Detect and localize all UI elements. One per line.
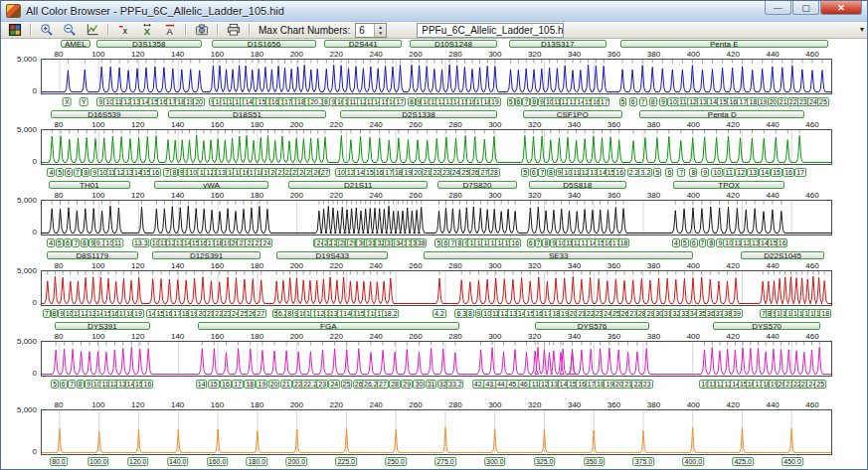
allele-label: 24 (261, 238, 273, 247)
axis-tick-420: 420 (727, 400, 740, 409)
close-button[interactable]: ✕ (820, 1, 862, 15)
axis-tick-400: 400 (687, 120, 700, 129)
axis-tick-380: 380 (647, 332, 660, 341)
axis-tick-180: 180 (251, 50, 263, 59)
marker-label-DYS391: DYS391 (55, 322, 150, 330)
allele-label: 140.0 (167, 457, 189, 466)
plot-area-green[interactable] (41, 129, 832, 165)
snapshot-icon[interactable] (191, 23, 212, 37)
allele-label-band: 4567899.3101113.310111213141516171819202… (41, 237, 832, 248)
allele-label: 30 (414, 380, 426, 389)
trace-magenta (42, 342, 831, 376)
marker-label-D3S1358: D3S1358 (96, 40, 202, 48)
size-axis: 8010012014016018020022024026028030032034… (41, 50, 832, 59)
plot-area-orange[interactable] (41, 409, 832, 455)
axis-tick-240: 240 (369, 332, 382, 341)
marker-label-D13S317: D13S317 (509, 40, 607, 48)
file-name-field[interactable]: PPFu_6C_Allelic_Ladder_105.hid (417, 23, 564, 38)
axis-tick-160: 160 (211, 332, 224, 341)
allele-label-band: 567891011121314151614151617181920212222.… (41, 379, 832, 390)
max-chart-numbers-value: 6 (356, 24, 374, 37)
axis-tick-460: 460 (805, 400, 818, 409)
axis-tick-460: 460 (805, 332, 818, 341)
color-grid-icon[interactable] (4, 23, 25, 37)
plot-area-red[interactable] (41, 270, 832, 306)
label-display-icon[interactable]: A (159, 23, 180, 37)
allele-label: 18 (244, 380, 256, 389)
allele-label: 4 (672, 238, 680, 247)
allele-label: 8 (649, 97, 657, 106)
axis-tick-260: 260 (409, 50, 422, 59)
axis-tick-320: 320 (528, 400, 541, 409)
marker-band: AMELD3S1358D1S1656D2S441D10S1248D13S317P… (41, 39, 832, 50)
allele-label-band: 456789101112131415167891010.211121313.21… (41, 167, 832, 178)
chart-zoom-icon[interactable] (82, 23, 102, 37)
allele-label: 6 (665, 168, 673, 177)
allele-label: 200.0 (286, 457, 308, 466)
allele-label: 6 (629, 97, 637, 106)
axis-tick-220: 220 (330, 120, 343, 129)
axis-tick-420: 420 (727, 120, 740, 129)
allele-label: 180.0 (247, 457, 268, 466)
allele-label: 31 (426, 380, 437, 389)
axis-tick-100: 100 (91, 332, 104, 341)
axis-tick-120: 120 (131, 120, 144, 129)
allele-label: 18.2 (382, 309, 400, 318)
axis-tick-320: 320 (528, 120, 541, 129)
allele-label: 15 (208, 380, 220, 389)
minimize-button[interactable]: — (765, 1, 791, 15)
allele-label: 17 (599, 97, 610, 106)
axis-tick-100: 100 (91, 120, 104, 129)
allele-label: 39 (731, 309, 743, 318)
allele-label: 19 (257, 380, 268, 389)
axis-tick-340: 340 (568, 332, 581, 341)
y-axis-max-label: 5,000 (1, 197, 37, 205)
zoom-out-icon[interactable] (59, 23, 80, 37)
axis-tick-380: 380 (647, 191, 660, 200)
allele-label: 80.0 (50, 457, 68, 466)
window-title: All Color Browser - PPFu_6C_Allelic_Ladd… (26, 5, 284, 17)
toolbar-overflow-icon[interactable]: ▾ (860, 25, 864, 34)
allele-label: 12 (735, 168, 747, 177)
title-bar[interactable]: All Color Browser - PPFu_6C_Allelic_Ladd… (1, 1, 867, 22)
allele-label: 7 (73, 238, 81, 247)
plot-area-blue[interactable] (41, 59, 832, 94)
allele-label: 16 (149, 168, 161, 177)
plot-area-black[interactable] (41, 200, 832, 235)
svg-text:A: A (166, 27, 173, 37)
axis-tick-420: 420 (727, 50, 740, 59)
axis-tick-360: 360 (608, 50, 620, 59)
allele-label: 5 (619, 97, 627, 106)
allele-label: 8 (542, 238, 550, 247)
plot-area-magenta[interactable] (41, 341, 832, 377)
allele-label: 16 (613, 168, 625, 177)
axis-tick-200: 200 (290, 332, 303, 341)
spinner-down-icon[interactable]: ▼ (375, 30, 386, 37)
remove-size-label-icon[interactable]: x (113, 23, 134, 37)
app-icon (6, 4, 21, 18)
allele-label: 6 (690, 238, 698, 247)
axis-tick-440: 440 (766, 191, 779, 200)
axis-tick-340: 340 (568, 120, 581, 129)
allele-label: 23 (316, 380, 328, 389)
axis-tick-220: 220 (330, 50, 343, 59)
allele-label: 8 (530, 97, 538, 106)
maximize-button[interactable]: ▢ (792, 1, 819, 15)
toolbar-separator (185, 24, 186, 36)
marker-label-SE33: SE33 (424, 251, 693, 259)
zoom-in-icon[interactable] (36, 23, 57, 37)
allele-label: 400.0 (683, 457, 705, 466)
axis-tick-140: 140 (171, 120, 184, 129)
scale-x-icon[interactable]: X (136, 23, 157, 37)
marker-label-D7S820: D7S820 (437, 181, 517, 189)
allele-label: 13 (747, 168, 759, 177)
print-icon[interactable] (223, 23, 244, 37)
allele-label: 28 (389, 380, 401, 389)
allele-label: 19 (132, 309, 144, 318)
max-chart-numbers-spinner[interactable]: 6 ▲ ▼ (355, 23, 387, 38)
size-axis: 8010012014016018020022024026028030032034… (41, 400, 832, 409)
allele-label: 160.0 (207, 457, 229, 466)
y-axis-min-label: 0 (1, 158, 37, 166)
spinner-arrows: ▲ ▼ (374, 24, 386, 37)
axis-tick-220: 220 (330, 261, 343, 270)
